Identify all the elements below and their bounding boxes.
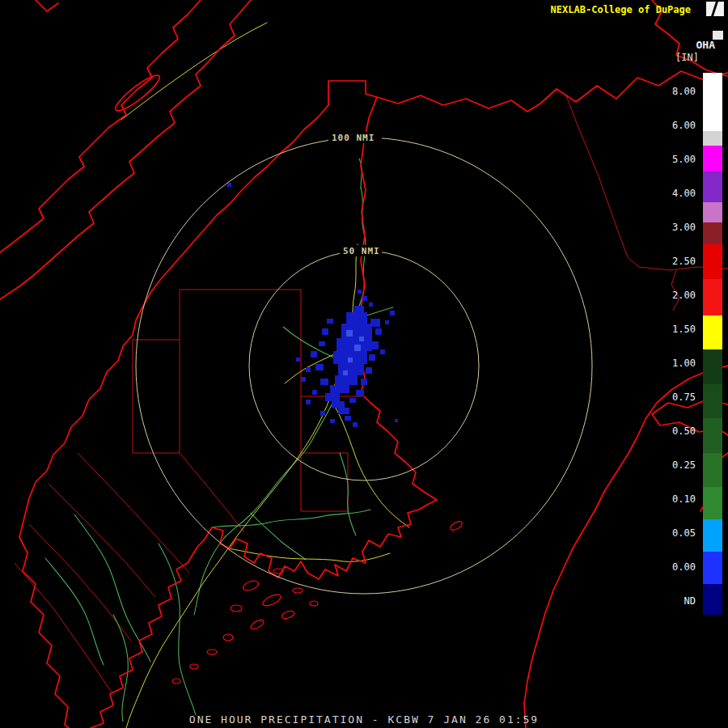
precipitation-layer [227, 183, 398, 427]
coastal-islands-layer [172, 520, 463, 684]
radar-map: 100 NMI 50 NMI [0, 0, 728, 728]
ring-label-50nmi: 50 NMI [343, 246, 380, 256]
cod-logo-icon [706, 2, 724, 16]
legend-color-segment [703, 171, 722, 202]
legend-product-code: OHA [696, 39, 715, 51]
precip-pixels [227, 183, 398, 427]
radar-display: 100 NMI 50 NMI NEXLAB-College of DuPage … [0, 0, 728, 728]
legend-color-segment [703, 552, 722, 584]
legend-color-segment [703, 73, 722, 131]
legend-color-segment [703, 244, 722, 279]
legend-color-segment [703, 131, 722, 146]
legend-color-segment [703, 584, 722, 615]
ring-label-100nmi: 100 NMI [332, 133, 375, 143]
legend-color-segment [703, 146, 722, 171]
legend-color-segment [703, 279, 722, 315]
rivers-layer [45, 159, 393, 722]
legend-color-segment [703, 453, 722, 487]
legend-units: [IN] [675, 52, 699, 63]
legend-colorbar [703, 73, 722, 615]
legend-color-segment [703, 315, 722, 349]
legend-color-segment [703, 222, 722, 244]
legend-color-segment [703, 487, 722, 519]
product-caption: ONE HOUR PRECIPITATION - KCBW 7 JAN 26 0… [0, 713, 728, 726]
legend-color-segment [703, 519, 722, 552]
legend-color-segment [703, 418, 722, 453]
legend-color-segment [703, 349, 722, 384]
legend-color-segment [703, 384, 722, 418]
legend-color-segment [703, 202, 722, 222]
brand-title: NEXLAB-College of DuPage [551, 4, 691, 15]
